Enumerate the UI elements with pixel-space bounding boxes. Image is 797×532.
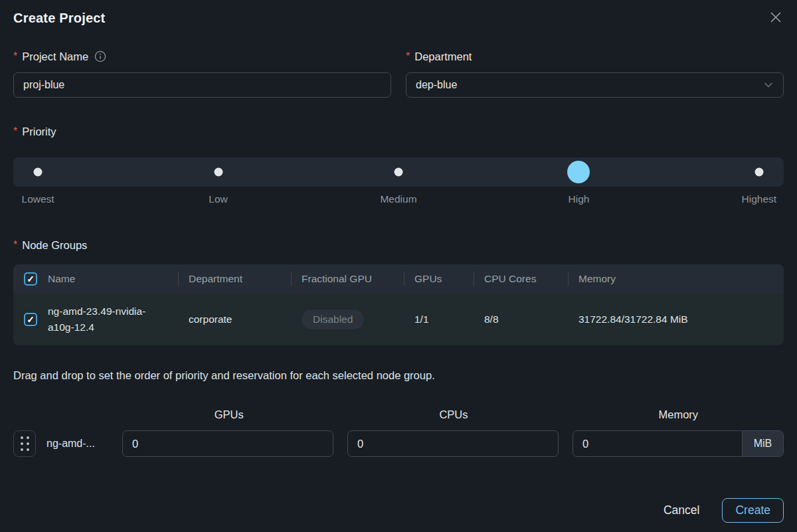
- memory-unit-suffix: MiB: [742, 431, 783, 456]
- required-asterisk: *: [13, 239, 17, 251]
- header-checkbox-cell: [13, 264, 48, 294]
- priority-option-label: High: [568, 193, 589, 205]
- priority-option-label: Medium: [380, 193, 416, 205]
- department-select[interactable]: dep-blue: [406, 72, 784, 98]
- order-column-headers: GPUs CPUs Memory: [13, 408, 784, 421]
- column-header-memory: Memory: [568, 264, 784, 294]
- required-asterisk: *: [406, 50, 410, 62]
- drag-handle-icon[interactable]: [13, 430, 36, 457]
- column-header-gpus: GPUs: [404, 264, 474, 294]
- cell-department: corporate: [178, 313, 291, 325]
- node-groups-table: Name Department Fractional GPU GPUs CPU …: [13, 264, 784, 345]
- order-column-gpus: GPUs: [124, 408, 334, 421]
- priority-option-label: Lowest: [22, 193, 54, 205]
- cell-name: ng-amd-23.49-nvidia-a10g-12.4: [48, 304, 178, 335]
- priority-label: * Priority: [13, 124, 784, 139]
- memory-quota-field: MiB: [573, 430, 784, 457]
- priority-dot-highest[interactable]: [754, 168, 763, 177]
- department-field: * Department dep-blue: [406, 49, 784, 98]
- memory-quota-input[interactable]: [573, 431, 742, 456]
- order-header-spacer: [13, 408, 124, 421]
- gpus-quota-input[interactable]: [122, 430, 333, 457]
- dialog-title: Create Project: [13, 11, 105, 26]
- table-header-row: Name Department Fractional GPU GPUs CPU …: [13, 264, 784, 294]
- order-row: ng-amd-... MiB: [13, 430, 784, 457]
- order-column-cpus: CPUs: [348, 408, 559, 421]
- create-project-dialog: Create Project * Project Name *: [0, 0, 797, 532]
- project-name-field: * Project Name: [13, 49, 391, 98]
- priority-label-text: Priority: [22, 126, 56, 138]
- order-row-name: ng-amd-...: [46, 438, 114, 450]
- cell-memory: 31722.84/31722.84 MiB: [568, 313, 784, 325]
- priority-dot-medium[interactable]: [395, 168, 403, 177]
- required-asterisk: *: [13, 126, 17, 137]
- cell-gpus: 1/1: [404, 313, 474, 325]
- info-icon[interactable]: [94, 50, 106, 62]
- priority-dot-high[interactable]: [567, 161, 590, 183]
- column-header-department: Department: [178, 264, 291, 294]
- chevron-down-icon: [763, 80, 774, 90]
- close-button[interactable]: [768, 9, 784, 25]
- project-name-label-text: Project Name: [22, 50, 88, 63]
- dialog-header: Create Project: [13, 11, 784, 29]
- node-groups-label: * Node Groups: [13, 238, 784, 252]
- cell-cpu-cores: 8/8: [474, 313, 568, 325]
- required-asterisk: *: [13, 50, 17, 62]
- node-groups-label-text: Node Groups: [22, 239, 87, 252]
- close-icon: [769, 11, 782, 24]
- cell-fractional-gpu: Disabled: [291, 310, 404, 329]
- department-selected-value: dep-blue: [416, 79, 457, 91]
- priority-option-label: Low: [209, 193, 227, 205]
- dialog-footer: Cancel Create: [664, 498, 784, 523]
- project-name-input[interactable]: [13, 72, 391, 98]
- department-label: * Department: [406, 49, 784, 64]
- priority-labels-row: Lowest Low Medium High Highest: [13, 193, 784, 207]
- order-column-memory: Memory: [573, 408, 784, 421]
- table-row[interactable]: ng-amd-23.49-nvidia-a10g-12.4 corporate …: [13, 294, 784, 345]
- row-checkbox[interactable]: [24, 313, 37, 326]
- priority-dot-low[interactable]: [214, 168, 222, 177]
- priority-dot-lowest[interactable]: [34, 168, 43, 177]
- create-button[interactable]: Create: [722, 498, 784, 523]
- column-header-name: Name: [48, 264, 178, 294]
- top-fields-row: * Project Name * Department dep-blue: [13, 49, 784, 98]
- department-label-text: Department: [414, 50, 472, 63]
- drag-drop-instruction: Drag and drop to set the order of priori…: [13, 369, 784, 382]
- row-checkbox-cell: [13, 313, 48, 326]
- column-header-fractional-gpu: Fractional GPU: [291, 264, 404, 294]
- disabled-badge: Disabled: [302, 310, 364, 329]
- project-name-label: * Project Name: [13, 49, 391, 64]
- cancel-button[interactable]: Cancel: [664, 503, 699, 517]
- priority-option-label: Highest: [742, 193, 777, 205]
- select-all-checkbox[interactable]: [24, 272, 37, 286]
- cpus-quota-input[interactable]: [347, 430, 559, 457]
- priority-selector: [13, 157, 784, 187]
- column-header-cpu-cores: CPU Cores: [474, 264, 568, 294]
